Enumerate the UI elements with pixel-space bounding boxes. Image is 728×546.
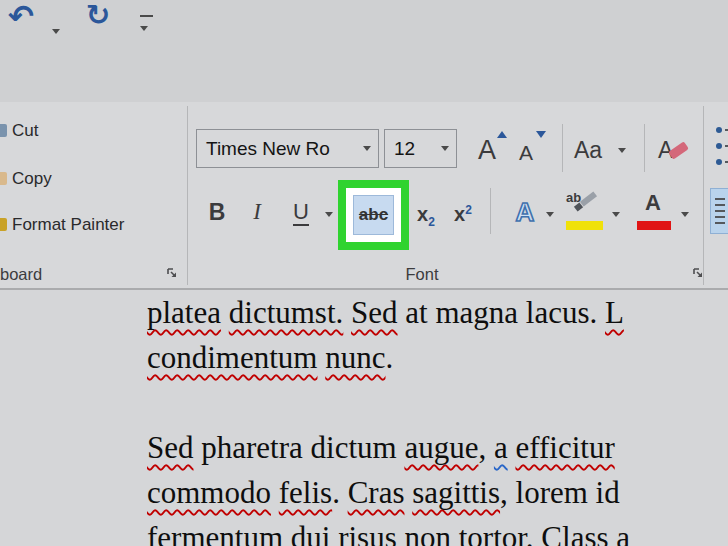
- button-divider: [644, 124, 645, 172]
- document-word[interactable]: [615, 430, 623, 465]
- document-line[interactable]: Sed pharetra dictum augue, a efficitur: [147, 425, 728, 470]
- customize-toolbar-icon: [140, 15, 153, 17]
- bullet-dot-icon: [716, 159, 722, 165]
- text-effects-button[interactable]: A: [504, 190, 546, 234]
- document-line[interactable]: [147, 380, 728, 425]
- grow-font-button[interactable]: A: [475, 128, 511, 168]
- font-color-dropdown[interactable]: [681, 212, 689, 217]
- clipboard-dialog-launcher[interactable]: [166, 267, 179, 280]
- document-word[interactable]: ,: [478, 430, 494, 465]
- document-word[interactable]: condimentum: [147, 340, 317, 375]
- document-word[interactable]: [343, 295, 351, 330]
- undo-button[interactable]: ↶: [8, 0, 34, 35]
- document-line[interactable]: condimentum nunc.: [147, 335, 728, 380]
- highlight-dropdown[interactable]: [612, 212, 620, 217]
- document-word[interactable]: Sed: [351, 295, 398, 330]
- document-canvas[interactable]: platea dictumst. Sed at magna lacus. Lco…: [0, 290, 728, 546]
- list-line-icon: [715, 222, 725, 224]
- document-word[interactable]: dictumst.: [229, 295, 344, 330]
- clipboard-group-label: board: [0, 265, 42, 284]
- italic-label: I: [253, 199, 261, 224]
- document-word[interactable]: efficitur: [515, 430, 614, 465]
- document-word[interactable]: [271, 475, 279, 510]
- font-name-value: Times New Ro: [206, 130, 330, 167]
- group-divider: [703, 106, 704, 285]
- document-word[interactable]: pharetra dictum: [194, 430, 405, 465]
- ribbon: Cut Copy Format Painter board Times New …: [0, 102, 728, 288]
- document-word[interactable]: Sed: [147, 430, 194, 465]
- button-divider: [490, 188, 491, 234]
- customize-quick-access-button[interactable]: [140, 15, 153, 35]
- highlight-color-bar: [566, 221, 603, 230]
- document-word[interactable]: .: [332, 475, 348, 510]
- scissors-icon: [0, 124, 7, 137]
- text-highlight-color-button[interactable]: ab: [564, 188, 606, 234]
- change-case-button[interactable]: Aa: [572, 128, 634, 168]
- document-word[interactable]: .: [386, 340, 394, 375]
- superscript-button[interactable]: x2: [445, 194, 481, 234]
- shrink-font-button[interactable]: A: [516, 128, 550, 168]
- list-line-icon: [715, 198, 725, 200]
- group-divider: [187, 106, 188, 285]
- copy-button[interactable]: Copy: [0, 166, 180, 192]
- document-word[interactable]: Cras: [348, 475, 405, 510]
- bold-button[interactable]: B: [202, 190, 232, 234]
- document-word[interactable]: dui risus non tortor. Class a: [283, 520, 630, 546]
- document-word[interactable]: a: [494, 430, 508, 465]
- quick-access-toolbar: ↶ ↻: [0, 0, 728, 50]
- chevron-down-icon: [52, 29, 60, 34]
- triangle-down-icon: [536, 131, 546, 138]
- list-line-icon: [715, 216, 725, 218]
- strikethrough-button[interactable]: abc: [353, 195, 394, 235]
- paragraph-button-partial[interactable]: [710, 188, 728, 234]
- subscript-button[interactable]: x2: [409, 194, 443, 234]
- document-word[interactable]: L: [605, 295, 624, 330]
- document-word[interactable]: augue: [404, 430, 478, 465]
- font-size-combobox[interactable]: 12: [384, 129, 457, 168]
- text-effects-dropdown[interactable]: [546, 212, 554, 217]
- chevron-down-icon: [618, 148, 626, 153]
- document-word[interactable]: at magna lacus.: [398, 295, 605, 330]
- document-word[interactable]: , lorem id: [500, 475, 620, 510]
- undo-icon: ↶: [8, 0, 34, 34]
- ribbon-tab-bar: HOME INSERT DESIGN PAGE LAYOUT REFERENCE…: [0, 50, 728, 102]
- cut-button[interactable]: Cut: [0, 118, 180, 144]
- document-word[interactable]: [221, 295, 229, 330]
- repeat-button[interactable]: ↻: [86, 0, 110, 32]
- document-word[interactable]: felis: [279, 475, 332, 510]
- document-line[interactable]: fermentum dui risus non tortor. Class a: [147, 515, 728, 546]
- underline-button[interactable]: U: [286, 190, 316, 234]
- document-word[interactable]: fermentum: [147, 520, 283, 546]
- font-size-value: 12: [394, 130, 415, 167]
- document-line[interactable]: commodo felis. Cras sagittis, lorem id: [147, 470, 728, 515]
- button-divider: [562, 124, 563, 172]
- chevron-down-icon: [140, 26, 148, 31]
- document-word[interactable]: nunc: [325, 340, 385, 375]
- document-line[interactable]: platea dictumst. Sed at magna lacus. L: [147, 290, 728, 335]
- strikethrough-label: abc: [359, 205, 388, 225]
- highlight-annotation-box: abc: [338, 180, 409, 250]
- copy-label: Copy: [12, 166, 52, 192]
- list-line-icon: [715, 204, 725, 206]
- format-painter-button[interactable]: Format Painter: [0, 212, 180, 238]
- font-color-button[interactable]: A: [634, 188, 674, 234]
- text-effects-letter: A: [516, 197, 535, 227]
- font-name-combobox[interactable]: Times New Ro: [196, 129, 379, 168]
- shrink-font-letter: A: [519, 141, 533, 165]
- subscript-base: x: [417, 203, 428, 225]
- italic-button[interactable]: I: [244, 190, 270, 234]
- bullets-button-partial[interactable]: [712, 120, 728, 172]
- document-word[interactable]: sagittis: [412, 475, 500, 510]
- chevron-down-icon: [441, 146, 449, 151]
- font-group-label: Font: [380, 265, 464, 284]
- clear-formatting-button[interactable]: A: [656, 128, 698, 168]
- document-word[interactable]: commodo: [147, 475, 271, 510]
- document-word[interactable]: platea: [147, 295, 221, 330]
- underline-dropdown[interactable]: [325, 212, 333, 217]
- bullet-dot-icon: [716, 143, 722, 149]
- chevron-down-icon: [363, 146, 371, 151]
- underline-label: U: [293, 199, 309, 226]
- undo-dropdown[interactable]: [52, 20, 60, 38]
- copy-icon: [0, 172, 7, 185]
- cut-label: Cut: [12, 118, 38, 144]
